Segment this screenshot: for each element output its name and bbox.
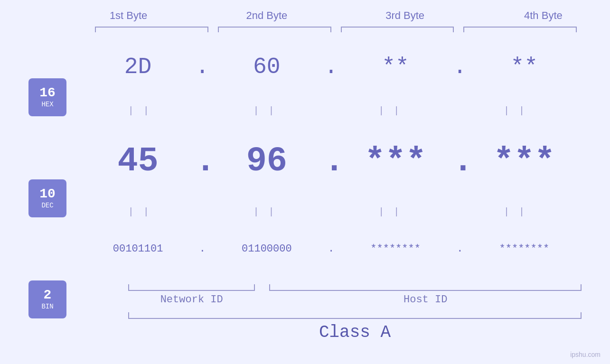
sep-hex-dec: || || || || [81,105,582,116]
hex-byte1: 2D [81,54,195,80]
hex-dot1: . [195,54,209,80]
bracket-byte2 [218,27,331,32]
bin-byte2: 01100000 [209,243,324,255]
bin-badge-number: 2 [44,289,52,302]
class-bracket [128,312,582,319]
dec-byte3: *** [338,142,453,181]
byte1-header: 1st Byte [59,9,197,22]
bin-row: 00101101 . 01100000 . ******** . *******… [81,243,582,255]
hex-byte2: 60 [209,54,324,80]
bracket-byte1 [95,27,208,32]
dec-byte4: *** [467,142,582,181]
bracket-byte4 [463,27,577,32]
network-bracket [128,284,255,291]
hex-badge-label: HEX [41,101,53,108]
header-row: 1st Byte 2nd Byte 3rd Byte 4th Byte [59,9,610,22]
top-brackets [90,27,582,32]
bin-badge-label: BIN [41,303,53,310]
byte2-header: 2nd Byte [197,9,336,22]
bottom-section: Network ID Host ID Class A [128,284,582,342]
hex-badge-number: 16 [39,86,56,100]
hex-byte4: ** [467,54,582,80]
bin-byte1: 00101101 [81,243,195,255]
sep-dec-bin: || || || || [81,206,582,217]
hex-badge: 16 HEX [28,78,66,116]
bin-dot1: . [195,243,209,255]
dec-badge-label: DEC [41,202,53,209]
dec-dot1: . [195,142,209,181]
bin-badge: 2 BIN [28,280,66,318]
main-container: 1st Byte 2nd Byte 3rd Byte 4th Byte 16 H… [0,0,610,364]
watermark: ipshu.com [570,351,601,358]
bracket-byte3 [341,27,454,32]
byte4-header: 4th Byte [474,9,610,22]
bin-byte4: ******** [467,243,582,255]
dec-byte1: 45 [81,142,195,181]
main-content: 16 HEX 10 DEC 2 BIN 2D . 60 . ** . ** [28,42,582,355]
dec-badge-number: 10 [39,187,56,201]
dec-badge: 10 DEC [28,179,66,217]
host-id-label: Host ID [269,294,582,306]
dec-dot2: . [324,142,338,181]
class-label: Class A [128,323,582,342]
hex-row: 2D . 60 . ** . ** [81,54,582,80]
dec-byte2: 96 [209,142,324,181]
bin-dot3: . [453,243,467,255]
hex-dot2: . [324,54,338,80]
bin-dot2: . [324,243,338,255]
badges-column: 16 HEX 10 DEC 2 BIN [28,42,81,355]
host-bracket [269,284,582,291]
byte3-header: 3rd Byte [336,9,474,22]
data-area: 2D . 60 . ** . ** || || || || 45 . 96 . [81,42,582,355]
bin-byte3: ******** [338,243,453,255]
network-id-label: Network ID [128,294,255,306]
dec-dot3: . [453,142,467,181]
bottom-brackets [128,284,582,291]
bottom-labels: Network ID Host ID [128,294,582,306]
dec-row: 45 . 96 . *** . *** [81,142,582,181]
hex-byte3: ** [338,54,453,80]
hex-dot3: . [453,54,467,80]
